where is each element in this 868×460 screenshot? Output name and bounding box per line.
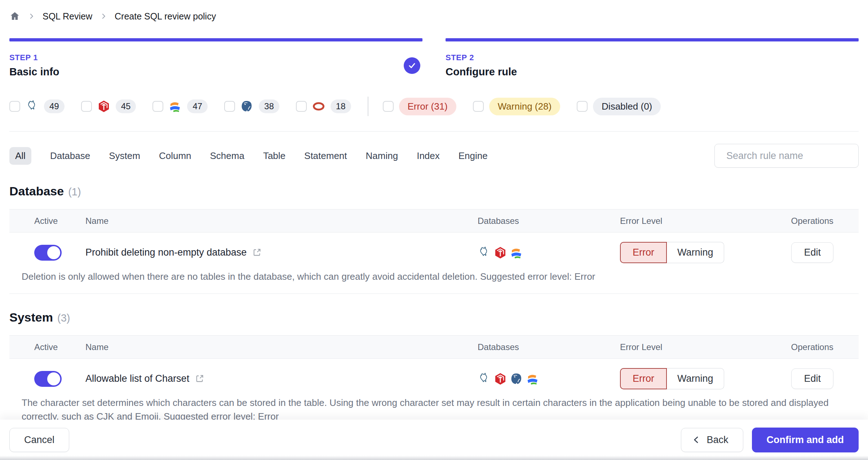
mysql-icon: [26, 100, 39, 113]
mysql-icon: [478, 372, 491, 385]
filter-engine-postgres: 38: [224, 99, 279, 113]
table-header-row: Active Name Databases Error Level Operat…: [9, 209, 859, 233]
oceanbase-icon: [169, 100, 182, 113]
disabled-level-pill: Disabled (0): [593, 98, 661, 115]
step-2[interactable]: STEP 2 Configure rule: [446, 38, 859, 78]
oceanbase-icon: [526, 372, 539, 385]
step-1-label: STEP 1: [9, 53, 59, 62]
column-header-error-level: Error Level: [620, 342, 779, 352]
tab-column[interactable]: Column: [159, 147, 191, 165]
section-count: (1): [68, 186, 81, 198]
system-rules-table: Active Name Databases Error Level Operat…: [9, 335, 859, 434]
edit-button[interactable]: Edit: [791, 242, 833, 263]
chevron-left-icon: [691, 435, 701, 445]
rule-description: Deletion is only allowed when there are …: [9, 263, 859, 294]
filter-level-error: Error (31): [383, 98, 456, 115]
step-2-label: STEP 2: [446, 53, 517, 62]
section-heading-database: Database (1): [9, 184, 859, 198]
rule-active-toggle[interactable]: [34, 245, 62, 261]
filter-level-warning: Warning (28): [473, 98, 560, 115]
section-title: System: [9, 310, 53, 324]
tab-table[interactable]: Table: [263, 147, 285, 165]
tidb-checkbox[interactable]: [81, 101, 92, 112]
oceanbase-count-badge: 47: [187, 99, 208, 113]
edit-button[interactable]: Edit: [791, 368, 833, 389]
oceanbase-icon: [510, 246, 523, 259]
search-rule-input[interactable]: [726, 150, 854, 162]
home-icon[interactable]: [9, 11, 20, 22]
column-header-error-level: Error Level: [620, 216, 779, 226]
error-level-option-error[interactable]: Error: [620, 368, 667, 389]
mysql-count-badge: 49: [44, 99, 65, 113]
tab-system[interactable]: System: [109, 147, 140, 165]
tidb-icon: [494, 372, 507, 385]
column-header-databases: Databases: [478, 216, 620, 226]
rule-databases: [478, 246, 620, 259]
cancel-button[interactable]: Cancel: [9, 428, 69, 452]
rule-active-toggle[interactable]: [34, 371, 62, 387]
back-button[interactable]: Back: [681, 428, 743, 452]
step-1-name: Basic info: [9, 66, 59, 78]
error-level-segmented-control: Error Warning: [620, 242, 724, 263]
rule-databases: [478, 372, 620, 385]
footer-action-bar: Cancel Back Confirm and add: [0, 420, 868, 460]
error-level-segmented-control: Error Warning: [620, 368, 724, 389]
step-2-progress-bar: [446, 38, 859, 41]
oracle-checkbox[interactable]: [296, 101, 307, 112]
table-row: Prohibit deleting non-empty database Err…: [9, 233, 859, 294]
error-level-option-warning[interactable]: Warning: [667, 368, 724, 389]
column-header-active: Active: [9, 216, 85, 226]
tidb-count-badge: 45: [116, 99, 136, 113]
postgres-checkbox[interactable]: [224, 101, 235, 112]
external-link-icon[interactable]: [195, 374, 204, 384]
filter-engine-oceanbase: 47: [152, 99, 208, 113]
step-1[interactable]: STEP 1 Basic info: [9, 38, 422, 78]
step-1-progress-bar: [9, 38, 422, 41]
breadcrumb-sql-review[interactable]: SQL Review: [43, 11, 92, 22]
warning-level-pill: Warning (28): [489, 98, 560, 115]
create-sql-review-policy-page: SQL Review Create SQL review policy STEP…: [0, 0, 868, 434]
error-level-checkbox[interactable]: [383, 101, 394, 112]
oracle-icon: [312, 100, 325, 113]
search-rule-box[interactable]: [714, 144, 859, 168]
step-indicator: STEP 1 Basic info STEP 2 Configure rule: [9, 38, 859, 78]
section-count: (3): [57, 312, 70, 324]
mysql-checkbox[interactable]: [9, 101, 20, 112]
column-header-databases: Databases: [478, 342, 620, 352]
error-level-pill: Error (31): [399, 98, 456, 115]
mysql-icon: [478, 246, 491, 259]
oceanbase-checkbox[interactable]: [152, 101, 163, 112]
oracle-count-badge: 18: [331, 99, 351, 113]
category-tabs: All Database System Column Schema Table …: [9, 147, 488, 165]
tab-schema[interactable]: Schema: [210, 147, 244, 165]
tab-database[interactable]: Database: [50, 147, 90, 165]
filter-bar: 49 45 47 38 18 Error (31) War: [9, 97, 859, 116]
filter-divider: [368, 97, 368, 116]
section-heading-system: System (3): [9, 310, 859, 324]
tab-naming[interactable]: Naming: [366, 147, 398, 165]
chevron-right-icon: [99, 12, 107, 20]
tab-all[interactable]: All: [9, 147, 31, 165]
filter-engine-oracle: 18: [296, 99, 351, 113]
error-level-option-warning[interactable]: Warning: [667, 242, 724, 263]
filter-engine-tidb: 45: [81, 99, 136, 113]
database-rules-table: Active Name Databases Error Level Operat…: [9, 209, 859, 294]
tab-index[interactable]: Index: [417, 147, 440, 165]
confirm-and-add-button[interactable]: Confirm and add: [752, 428, 859, 452]
column-header-operations: Operations: [779, 342, 859, 352]
rule-name: Prohibit deleting non-empty database: [85, 247, 247, 258]
chevron-right-icon: [27, 12, 35, 20]
column-header-active: Active: [9, 342, 85, 352]
external-link-icon[interactable]: [252, 248, 262, 257]
tab-engine[interactable]: Engine: [459, 147, 488, 165]
tab-statement[interactable]: Statement: [304, 147, 347, 165]
error-level-option-error[interactable]: Error: [620, 242, 667, 263]
section-divider: [9, 131, 859, 132]
step-1-completed-check-icon: [404, 57, 420, 74]
warning-level-checkbox[interactable]: [473, 101, 484, 112]
postgres-icon: [240, 100, 253, 113]
column-header-name: Name: [85, 216, 478, 226]
disabled-level-checkbox[interactable]: [577, 101, 588, 112]
tidb-icon: [494, 246, 507, 259]
category-tabs-row: All Database System Column Schema Table …: [9, 144, 859, 168]
